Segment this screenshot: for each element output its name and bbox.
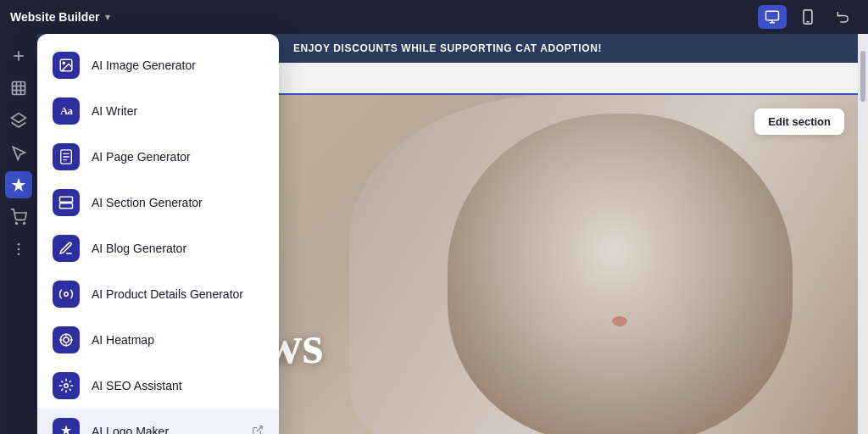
menu-item-ai-writer[interactable]: Aa AI Writer — [37, 88, 279, 134]
sidebar-cursor-button[interactable] — [5, 139, 32, 166]
pages-icon — [10, 80, 27, 97]
sidebar-ai-tools-button[interactable] — [5, 171, 32, 198]
top-bar-left: Website Builder ▾ — [10, 10, 110, 24]
main-layout: ENJOY DISCOUNTS WHILE SUPPORTING CAT ADO… — [0, 34, 868, 434]
ai-section-label: AI Section Generator — [92, 196, 264, 209]
svg-point-17 — [17, 253, 19, 256]
ai-seo-icon — [53, 372, 80, 399]
svg-rect-25 — [60, 203, 73, 209]
ai-image-icon — [53, 52, 80, 79]
ai-blog-icon — [53, 235, 80, 262]
top-bar: Website Builder ▾ — [0, 0, 868, 34]
menu-item-ai-seo[interactable]: AI SEO Assistant — [37, 363, 279, 409]
more-icon — [10, 241, 27, 258]
svg-point-33 — [64, 384, 69, 388]
menu-item-ai-page[interactable]: AI Page Generator — [37, 134, 279, 180]
svg-point-16 — [17, 248, 19, 251]
ai-section-icon — [53, 189, 80, 216]
edit-section-button[interactable]: Edit section — [754, 108, 844, 135]
menu-item-ai-product[interactable]: AI Product Details Generator — [37, 271, 279, 317]
desktop-view-button[interactable] — [758, 5, 787, 29]
menu-item-ai-image[interactable]: AI Image Generator — [37, 42, 279, 88]
svg-rect-24 — [60, 197, 73, 202]
website-builder-title: Website Builder — [10, 10, 100, 24]
cursor-icon — [10, 144, 27, 161]
cat-face-area — [448, 114, 793, 435]
desktop-icon — [765, 9, 780, 25]
svg-point-14 — [23, 223, 25, 225]
right-scrollbar[interactable] — [858, 34, 868, 434]
ai-logo-icon — [53, 418, 80, 434]
ai-heatmap-label: AI Heatmap — [92, 333, 264, 347]
announcement-text: ENJOY DISCOUNTS WHILE SUPPORTING CAT ADO… — [293, 42, 602, 54]
ai-heatmap-icon — [53, 326, 80, 353]
ai-product-label: AI Product Details Generator — [92, 287, 264, 301]
ai-seo-label: AI SEO Assistant — [92, 379, 264, 392]
edit-section-label: Edit section — [768, 115, 831, 128]
svg-point-28 — [64, 337, 69, 342]
ai-blog-label: AI Blog Generator — [92, 242, 264, 255]
ai-page-icon — [53, 143, 80, 170]
svg-point-15 — [17, 243, 19, 246]
ai-writer-label: AI Writer — [92, 104, 264, 118]
svg-point-26 — [64, 292, 69, 297]
sidebar-add-button[interactable] — [5, 42, 32, 70]
mobile-icon — [802, 9, 814, 25]
menu-item-ai-section[interactable]: AI Section Generator — [37, 180, 279, 225]
external-link-icon — [252, 425, 264, 435]
scroll-thumb[interactable] — [860, 51, 865, 102]
layers-icon — [10, 112, 27, 129]
ai-writer-icon: Aa — [53, 97, 80, 125]
svg-rect-7 — [12, 82, 25, 95]
left-sidebar — [0, 34, 37, 434]
sparkle-icon — [10, 176, 27, 193]
mobile-view-button[interactable] — [793, 5, 822, 29]
cat-nose — [612, 316, 627, 326]
svg-marker-12 — [11, 114, 25, 123]
ai-logo-label: AI Logo Maker — [92, 425, 240, 434]
ai-image-label: AI Image Generator — [92, 58, 264, 72]
menu-item-ai-blog[interactable]: AI Blog Generator — [37, 225, 279, 271]
svg-rect-0 — [766, 11, 779, 20]
menu-item-ai-heatmap[interactable]: AI Heatmap — [37, 317, 279, 363]
undo-button[interactable] — [829, 5, 858, 29]
ai-product-icon — [53, 281, 80, 308]
ai-tools-dropdown: AI Image Generator Aa AI Writer AI Page … — [37, 34, 279, 434]
cart-icon — [10, 209, 27, 225]
menu-item-ai-logo[interactable]: AI Logo Maker — [37, 409, 279, 434]
sidebar-more-button[interactable] — [5, 236, 32, 263]
sidebar-layers-button[interactable] — [5, 107, 32, 134]
ai-page-label: AI Page Generator — [92, 150, 264, 164]
sidebar-pages-button[interactable] — [5, 75, 32, 102]
svg-point-19 — [63, 62, 64, 64]
undo-icon — [836, 9, 851, 25]
title-chevron[interactable]: ▾ — [105, 11, 110, 23]
svg-line-34 — [257, 426, 262, 431]
top-bar-right — [758, 5, 858, 29]
sidebar-store-button[interactable] — [5, 203, 32, 231]
add-icon — [10, 47, 27, 64]
svg-point-13 — [15, 223, 17, 225]
